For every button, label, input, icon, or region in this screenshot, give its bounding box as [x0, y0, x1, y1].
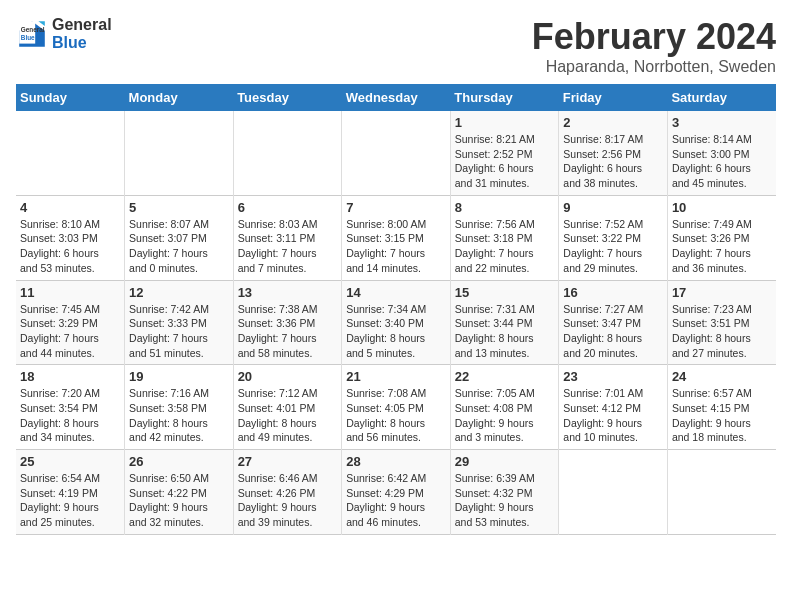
day-cell: 6Sunrise: 8:03 AMSunset: 3:11 PMDaylight… — [233, 195, 342, 280]
week-row-4: 25Sunrise: 6:54 AMSunset: 4:19 PMDayligh… — [16, 450, 776, 535]
day-number: 1 — [455, 115, 555, 130]
day-cell: 12Sunrise: 7:42 AMSunset: 3:33 PMDayligh… — [125, 280, 234, 365]
day-info: Sunrise: 7:20 AMSunset: 3:54 PMDaylight:… — [20, 386, 120, 445]
day-number: 14 — [346, 285, 446, 300]
calendar-subtitle: Haparanda, Norrbotten, Sweden — [532, 58, 776, 76]
day-info: Sunrise: 7:42 AMSunset: 3:33 PMDaylight:… — [129, 302, 229, 361]
day-info: Sunrise: 6:39 AMSunset: 4:32 PMDaylight:… — [455, 471, 555, 530]
day-info: Sunrise: 8:21 AMSunset: 2:52 PMDaylight:… — [455, 132, 555, 191]
day-cell: 8Sunrise: 7:56 AMSunset: 3:18 PMDaylight… — [450, 195, 559, 280]
weekday-header-monday: Monday — [125, 84, 234, 111]
logo: General Blue General Blue — [16, 16, 112, 51]
day-cell — [233, 111, 342, 195]
day-info: Sunrise: 7:49 AMSunset: 3:26 PMDaylight:… — [672, 217, 772, 276]
svg-text:Blue: Blue — [21, 34, 35, 41]
day-number: 23 — [563, 369, 663, 384]
day-number: 10 — [672, 200, 772, 215]
weekday-header-thursday: Thursday — [450, 84, 559, 111]
weekday-header-saturday: Saturday — [667, 84, 776, 111]
day-info: Sunrise: 7:23 AMSunset: 3:51 PMDaylight:… — [672, 302, 772, 361]
day-number: 27 — [238, 454, 338, 469]
weekday-header-row: SundayMondayTuesdayWednesdayThursdayFrid… — [16, 84, 776, 111]
day-info: Sunrise: 7:34 AMSunset: 3:40 PMDaylight:… — [346, 302, 446, 361]
svg-text:General: General — [21, 26, 45, 33]
day-number: 18 — [20, 369, 120, 384]
day-number: 9 — [563, 200, 663, 215]
day-number: 5 — [129, 200, 229, 215]
svg-marker-1 — [38, 21, 44, 26]
day-info: Sunrise: 6:57 AMSunset: 4:15 PMDaylight:… — [672, 386, 772, 445]
day-info: Sunrise: 7:05 AMSunset: 4:08 PMDaylight:… — [455, 386, 555, 445]
day-cell: 2Sunrise: 8:17 AMSunset: 2:56 PMDaylight… — [559, 111, 668, 195]
page-header: General Blue General Blue February 2024 … — [16, 16, 776, 76]
day-cell: 26Sunrise: 6:50 AMSunset: 4:22 PMDayligh… — [125, 450, 234, 535]
day-cell: 7Sunrise: 8:00 AMSunset: 3:15 PMDaylight… — [342, 195, 451, 280]
day-cell: 3Sunrise: 8:14 AMSunset: 3:00 PMDaylight… — [667, 111, 776, 195]
day-cell — [16, 111, 125, 195]
day-cell: 17Sunrise: 7:23 AMSunset: 3:51 PMDayligh… — [667, 280, 776, 365]
day-info: Sunrise: 7:56 AMSunset: 3:18 PMDaylight:… — [455, 217, 555, 276]
day-number: 21 — [346, 369, 446, 384]
day-cell — [342, 111, 451, 195]
day-cell — [125, 111, 234, 195]
day-cell: 23Sunrise: 7:01 AMSunset: 4:12 PMDayligh… — [559, 365, 668, 450]
calendar-table: SundayMondayTuesdayWednesdayThursdayFrid… — [16, 84, 776, 535]
day-number: 28 — [346, 454, 446, 469]
day-number: 15 — [455, 285, 555, 300]
day-info: Sunrise: 7:12 AMSunset: 4:01 PMDaylight:… — [238, 386, 338, 445]
day-cell: 4Sunrise: 8:10 AMSunset: 3:03 PMDaylight… — [16, 195, 125, 280]
day-cell: 22Sunrise: 7:05 AMSunset: 4:08 PMDayligh… — [450, 365, 559, 450]
day-cell: 9Sunrise: 7:52 AMSunset: 3:22 PMDaylight… — [559, 195, 668, 280]
day-number: 25 — [20, 454, 120, 469]
day-number: 24 — [672, 369, 772, 384]
day-info: Sunrise: 8:00 AMSunset: 3:15 PMDaylight:… — [346, 217, 446, 276]
weekday-header-tuesday: Tuesday — [233, 84, 342, 111]
day-cell: 13Sunrise: 7:38 AMSunset: 3:36 PMDayligh… — [233, 280, 342, 365]
day-number: 2 — [563, 115, 663, 130]
day-cell: 10Sunrise: 7:49 AMSunset: 3:26 PMDayligh… — [667, 195, 776, 280]
day-info: Sunrise: 7:27 AMSunset: 3:47 PMDaylight:… — [563, 302, 663, 361]
day-cell: 5Sunrise: 8:07 AMSunset: 3:07 PMDaylight… — [125, 195, 234, 280]
day-info: Sunrise: 8:14 AMSunset: 3:00 PMDaylight:… — [672, 132, 772, 191]
day-number: 19 — [129, 369, 229, 384]
day-cell — [559, 450, 668, 535]
day-info: Sunrise: 6:54 AMSunset: 4:19 PMDaylight:… — [20, 471, 120, 530]
day-cell: 29Sunrise: 6:39 AMSunset: 4:32 PMDayligh… — [450, 450, 559, 535]
day-number: 4 — [20, 200, 120, 215]
day-info: Sunrise: 7:38 AMSunset: 3:36 PMDaylight:… — [238, 302, 338, 361]
day-cell: 24Sunrise: 6:57 AMSunset: 4:15 PMDayligh… — [667, 365, 776, 450]
day-info: Sunrise: 6:50 AMSunset: 4:22 PMDaylight:… — [129, 471, 229, 530]
day-cell: 11Sunrise: 7:45 AMSunset: 3:29 PMDayligh… — [16, 280, 125, 365]
calendar-title: February 2024 — [532, 16, 776, 58]
day-cell: 16Sunrise: 7:27 AMSunset: 3:47 PMDayligh… — [559, 280, 668, 365]
weekday-header-sunday: Sunday — [16, 84, 125, 111]
day-info: Sunrise: 6:42 AMSunset: 4:29 PMDaylight:… — [346, 471, 446, 530]
day-info: Sunrise: 7:45 AMSunset: 3:29 PMDaylight:… — [20, 302, 120, 361]
title-area: February 2024 Haparanda, Norrbotten, Swe… — [532, 16, 776, 76]
week-row-2: 11Sunrise: 7:45 AMSunset: 3:29 PMDayligh… — [16, 280, 776, 365]
day-cell: 21Sunrise: 7:08 AMSunset: 4:05 PMDayligh… — [342, 365, 451, 450]
day-info: Sunrise: 8:03 AMSunset: 3:11 PMDaylight:… — [238, 217, 338, 276]
day-cell: 27Sunrise: 6:46 AMSunset: 4:26 PMDayligh… — [233, 450, 342, 535]
day-cell: 1Sunrise: 8:21 AMSunset: 2:52 PMDaylight… — [450, 111, 559, 195]
day-cell: 25Sunrise: 6:54 AMSunset: 4:19 PMDayligh… — [16, 450, 125, 535]
day-cell: 18Sunrise: 7:20 AMSunset: 3:54 PMDayligh… — [16, 365, 125, 450]
logo-icon: General Blue — [16, 18, 48, 50]
logo-blue: Blue — [52, 34, 112, 52]
day-number: 8 — [455, 200, 555, 215]
weekday-header-friday: Friday — [559, 84, 668, 111]
day-info: Sunrise: 7:52 AMSunset: 3:22 PMDaylight:… — [563, 217, 663, 276]
day-number: 29 — [455, 454, 555, 469]
day-cell: 20Sunrise: 7:12 AMSunset: 4:01 PMDayligh… — [233, 365, 342, 450]
day-info: Sunrise: 8:17 AMSunset: 2:56 PMDaylight:… — [563, 132, 663, 191]
day-info: Sunrise: 6:46 AMSunset: 4:26 PMDaylight:… — [238, 471, 338, 530]
weekday-header-wednesday: Wednesday — [342, 84, 451, 111]
day-info: Sunrise: 7:01 AMSunset: 4:12 PMDaylight:… — [563, 386, 663, 445]
day-cell: 19Sunrise: 7:16 AMSunset: 3:58 PMDayligh… — [125, 365, 234, 450]
day-number: 20 — [238, 369, 338, 384]
week-row-3: 18Sunrise: 7:20 AMSunset: 3:54 PMDayligh… — [16, 365, 776, 450]
week-row-0: 1Sunrise: 8:21 AMSunset: 2:52 PMDaylight… — [16, 111, 776, 195]
day-info: Sunrise: 8:07 AMSunset: 3:07 PMDaylight:… — [129, 217, 229, 276]
day-info: Sunrise: 7:31 AMSunset: 3:44 PMDaylight:… — [455, 302, 555, 361]
day-cell: 28Sunrise: 6:42 AMSunset: 4:29 PMDayligh… — [342, 450, 451, 535]
